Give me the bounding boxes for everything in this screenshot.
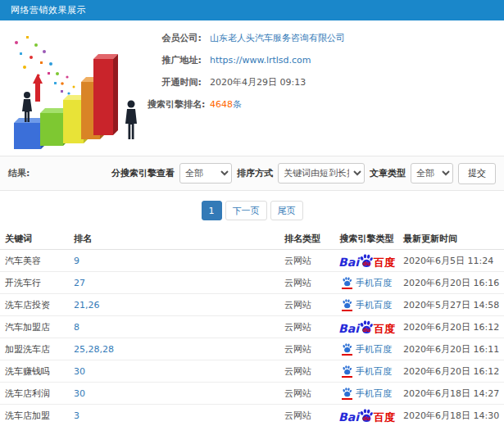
mobile-baidu-paw-icon — [342, 343, 352, 356]
rank-count-label: 搜索引擎排名: — [148, 98, 202, 111]
mobile-baidu-logo: 手机百度 — [342, 299, 392, 311]
header-updated: 最新更新时间 — [403, 233, 504, 245]
rank-type-cell: 云网站 — [284, 321, 330, 333]
keyword-cell: 加盟洗车店 — [0, 343, 74, 356]
results-panel-heading: 结果: 分搜索引擎查看 全部 排序方式 关键词由短到长排序 文章类型 全部 提交 — [0, 156, 504, 191]
engine-cell: 手机百度 — [330, 299, 403, 311]
ranking-table: 关键词 排名 排名类型 搜索引擎类型 最新更新时间 汽车美容 9 云网站 Bai… — [0, 229, 504, 426]
rank-type-cell: 云网站 — [284, 299, 330, 311]
keyword-cell: 汽车美容 — [0, 255, 74, 267]
header-rank-type: 排名类型 — [284, 233, 330, 245]
table-row: 开洗车行 27 云网站 手机百度 2020年6月20日 16:16 — [0, 272, 504, 294]
engine-filter-label: 分搜索引擎查看 — [111, 167, 175, 179]
baidu-paw-icon: du — [359, 409, 374, 423]
table-body: 汽车美容 9 云网站 Bai du 百度 2020年6月5日 11:24 开洗车… — [0, 250, 504, 426]
mobile-baidu-paw-icon — [342, 387, 352, 400]
svg-text:du: du — [362, 327, 370, 333]
mobile-baidu-logo: 手机百度 — [342, 365, 392, 378]
table-row: 洗车店利润 30 云网站 手机百度 2020年6月18日 14:27 — [0, 383, 504, 405]
mobile-baidu-paw-icon — [342, 299, 352, 311]
rank-type-cell: 云网站 — [284, 410, 330, 422]
submit-button[interactable]: 提交 — [458, 163, 496, 184]
promo-url-label: 推广地址: — [148, 54, 202, 66]
updated-cell: 2020年6月20日 16:11 — [403, 343, 504, 356]
rank-cell: 8 — [74, 322, 284, 333]
rank-cell: 30 — [74, 366, 284, 377]
baidu-logo: Bai du 百度 — [338, 254, 395, 268]
engine-cell: 手机百度 — [330, 365, 403, 378]
rank-cell: 30 — [74, 388, 284, 399]
mobile-baidu-underline — [342, 310, 352, 311]
next-page-button[interactable]: 下一页 — [225, 201, 267, 220]
open-time-value: 2020年4月29日 09:13 — [202, 76, 306, 88]
header-engine: 搜索引擎类型 — [330, 233, 403, 245]
rank-cell: 9 — [74, 256, 284, 266]
info-row-opened: 开通时间: 2020年4月29日 09:13 — [148, 71, 345, 93]
company-link[interactable]: 山东老人头汽车服务咨询有限公司 — [210, 33, 345, 43]
mobile-baidu-logo: 手机百度 — [342, 343, 392, 356]
rank-count-value: 4648 — [210, 99, 233, 110]
sort-filter-label: 排序方式 — [237, 167, 273, 179]
engine-cell: Bai du 百度 — [330, 254, 403, 268]
engine-cell: Bai du 百度 — [330, 320, 403, 334]
info-row-rankcount: 搜索引擎排名: 4648条 — [148, 93, 345, 116]
svg-text:du: du — [362, 261, 370, 267]
company-label: 会员公司: — [148, 32, 202, 44]
mobile-baidu-paw-icon — [342, 277, 352, 289]
table-row: 汽车美容 9 云网站 Bai du 百度 2020年6月5日 11:24 — [0, 250, 504, 272]
page-button-current[interactable]: 1 — [202, 201, 222, 220]
rank-type-cell: 云网站 — [284, 365, 330, 378]
table-row: 加盟洗车店 25,28,28 云网站 手机百度 2020年6月20日 16:11 — [0, 338, 504, 360]
businessman-left — [22, 92, 32, 122]
open-time-label: 开通时间: — [148, 76, 202, 88]
updated-cell: 2020年6月18日 14:27 — [403, 387, 504, 400]
mobile-baidu-underline — [342, 376, 352, 378]
info-row-company: 会员公司: 山东老人头汽车服务咨询有限公司 — [148, 27, 345, 49]
baidu-paw-icon: du — [359, 254, 374, 268]
engine-cell: 手机百度 — [330, 343, 403, 356]
updated-cell: 2020年5月27日 14:58 — [403, 299, 504, 311]
mobile-baidu-underline — [342, 398, 352, 400]
last-page-button[interactable]: 尾页 — [270, 201, 303, 220]
rank-type-cell: 云网站 — [284, 343, 330, 356]
mobile-baidu-underline — [342, 288, 352, 289]
results-label: 结果: — [8, 167, 30, 179]
rank-cell: 3 — [74, 410, 284, 421]
mobile-baidu-logo: 手机百度 — [342, 277, 392, 289]
keyword-cell: 汽车加盟店 — [0, 321, 74, 333]
info-row-url: 推广地址: https://www.lrtlsd.com — [148, 49, 345, 71]
member-info-section: 会员公司: 山东老人头汽车服务咨询有限公司 推广地址: https://www.… — [0, 20, 504, 156]
confetti-dots — [15, 36, 75, 95]
keyword-cell: 洗车店加盟 — [0, 410, 74, 422]
top-bar: 网络营销效果展示 — [0, 0, 504, 20]
keyword-cell: 洗车店利润 — [0, 387, 74, 400]
updated-cell: 2020年6月18日 14:30 — [403, 410, 504, 422]
table-row: 汽车加盟店 8 云网站 Bai du 百度 2020年6月20日 16:12 — [0, 316, 504, 338]
rank-cell: 25,28,28 — [74, 344, 284, 355]
engine-cell: 手机百度 — [330, 387, 403, 400]
updated-cell: 2020年6月5日 11:24 — [403, 255, 504, 267]
bar-chart-illustration — [2, 25, 148, 152]
rank-type-cell: 云网站 — [284, 277, 330, 289]
article-type-label: 文章类型 — [370, 167, 406, 179]
updated-cell: 2020年6月20日 16:12 — [403, 365, 504, 378]
table-row: 洗车店投资 21,26 云网站 手机百度 2020年5月27日 14:58 — [0, 294, 504, 316]
mobile-baidu-underline — [342, 354, 352, 356]
member-info-list: 会员公司: 山东老人头汽车服务咨询有限公司 推广地址: https://www.… — [148, 27, 345, 116]
sort-filter-select[interactable]: 关键词由短到长排序 — [278, 163, 365, 184]
table-row: 洗车赚钱吗 30 云网站 手机百度 2020年6月20日 16:12 — [0, 360, 504, 383]
mobile-baidu-paw-icon — [342, 365, 352, 378]
table-row: 洗车店加盟 3 云网站 Bai du 百度 2020年6月18日 14:30 — [0, 405, 504, 426]
updated-cell: 2020年6月20日 16:12 — [403, 321, 504, 333]
keyword-cell: 开洗车行 — [0, 277, 74, 289]
rank-type-cell: 云网站 — [284, 255, 330, 267]
table-header-row: 关键词 排名 排名类型 搜索引擎类型 最新更新时间 — [0, 229, 504, 250]
header-rank: 排名 — [74, 233, 284, 245]
engine-cell: Bai du 百度 — [330, 409, 403, 423]
article-type-select[interactable]: 全部 — [411, 163, 453, 184]
svg-text:du: du — [362, 415, 370, 422]
rank-count-unit: 条 — [233, 99, 242, 110]
pagination: 1 下一页 尾页 — [0, 191, 504, 229]
engine-filter-select[interactable]: 全部 — [179, 163, 232, 184]
promo-url-link[interactable]: https://www.lrtlsd.com — [210, 55, 311, 66]
